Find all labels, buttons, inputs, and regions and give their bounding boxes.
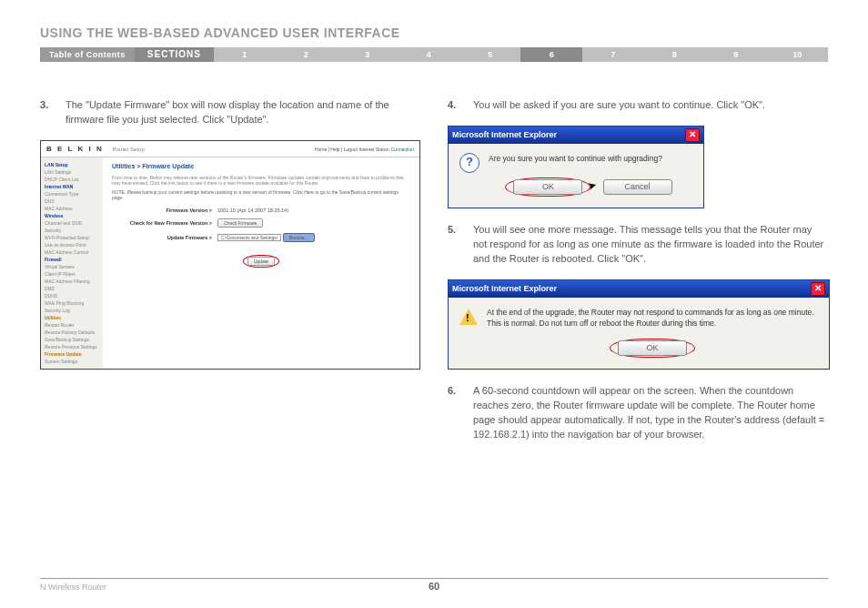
update-highlight: Update bbox=[243, 255, 279, 268]
step-number: 6. bbox=[448, 384, 473, 442]
dialog-message: Are you sure you want to continue with u… bbox=[489, 153, 692, 164]
cancel-button[interactable]: Cancel bbox=[603, 179, 672, 195]
section-10[interactable]: 10 bbox=[766, 47, 828, 62]
cursor-icon: ➤ bbox=[586, 177, 599, 195]
step-text: A 60-second countdown will appear on the… bbox=[473, 384, 828, 442]
step-6: 6. A 60-second countdown will appear on … bbox=[448, 384, 828, 442]
toc-link[interactable]: Table of Contents bbox=[40, 47, 135, 62]
firmware-version-label: Firmware Version > bbox=[112, 208, 217, 214]
breadcrumb: Utilities > Firmware Update bbox=[112, 163, 410, 170]
section-3[interactable]: 3 bbox=[337, 47, 399, 62]
check-firmware-button[interactable]: Check Firmware bbox=[217, 218, 263, 228]
dialog-title: Microsoft Internet Explorer bbox=[452, 283, 557, 295]
ok-highlight: OK bbox=[505, 177, 590, 197]
product-name: N Wireless Router bbox=[40, 583, 106, 592]
section-2[interactable]: 2 bbox=[275, 47, 337, 62]
ok-button[interactable]: OK bbox=[513, 179, 582, 195]
section-5[interactable]: 5 bbox=[459, 47, 521, 62]
router-setup-title: Router Setup bbox=[112, 147, 144, 152]
ok-button[interactable]: OK bbox=[618, 340, 687, 356]
ie-dialog-wait: Microsoft Internet Explorer ✕ At the end… bbox=[448, 279, 830, 370]
firmware-note: NOTE: Please backup your current setting… bbox=[112, 189, 410, 200]
step-5: 5. You will see one more message. This m… bbox=[448, 223, 828, 267]
step-number: 4. bbox=[448, 98, 473, 113]
step-number: 5. bbox=[448, 223, 473, 267]
section-nav: Table of Contents SECTIONS 1 2 3 4 5 6 7… bbox=[40, 47, 828, 62]
router-main: Utilities > Firmware Update From time to… bbox=[103, 157, 419, 369]
question-icon: ? bbox=[459, 153, 479, 173]
step-text: The "Update Firmware" box will now displ… bbox=[66, 98, 420, 127]
section-6[interactable]: 6 bbox=[520, 47, 582, 62]
ie-dialog-confirm: Microsoft Internet Explorer ✕ ? Are you … bbox=[448, 126, 704, 208]
dialog-message: At the end of the upgrade, the Router ma… bbox=[487, 307, 818, 329]
header-links: Home | Help | Logout Internet Status: Co… bbox=[315, 147, 414, 152]
step-3: 3. The "Update Firmware" box will now di… bbox=[40, 98, 420, 127]
step-text: You will be asked if you are sure you wa… bbox=[473, 98, 828, 113]
dialog-title: Microsoft Internet Explorer bbox=[452, 129, 557, 141]
sections-label: SECTIONS bbox=[135, 47, 214, 62]
page-footer: N Wireless Router 60 bbox=[40, 578, 828, 592]
close-icon[interactable]: ✕ bbox=[811, 282, 825, 296]
section-8[interactable]: 8 bbox=[643, 47, 705, 62]
router-sidebar: LAN Setup LAN Settings DHCP Client List … bbox=[41, 157, 103, 369]
page-number: 60 bbox=[429, 581, 439, 592]
section-4[interactable]: 4 bbox=[398, 47, 459, 62]
page-title: USING THE WEB-BASED ADVANCED USER INTERF… bbox=[40, 25, 828, 40]
update-button[interactable]: Update bbox=[247, 257, 275, 266]
firmware-blurb: From time to time, Belkin may release ne… bbox=[112, 175, 410, 186]
ok-highlight: OK bbox=[610, 339, 695, 358]
section-7[interactable]: 7 bbox=[582, 47, 644, 62]
right-column: 4. You will be asked if you are sure you… bbox=[448, 98, 828, 455]
section-9[interactable]: 9 bbox=[705, 47, 767, 62]
section-numbers: 1 2 3 4 5 6 7 8 9 10 bbox=[214, 47, 828, 62]
step-number: 3. bbox=[40, 98, 66, 127]
belkin-logo: B E L K I N bbox=[46, 145, 104, 153]
close-icon[interactable]: ✕ bbox=[685, 128, 700, 142]
router-setup-screenshot: B E L K I N Router Setup Home | Help | L… bbox=[40, 140, 420, 370]
left-column: 3. The "Update Firmware" box will now di… bbox=[40, 98, 420, 455]
section-1[interactable]: 1 bbox=[214, 47, 276, 62]
check-firmware-label: Check for New Firmware Version > bbox=[112, 220, 217, 227]
warning-icon bbox=[459, 309, 478, 325]
step-text: You will see one more message. This mess… bbox=[473, 223, 828, 267]
firmware-path-input[interactable]: C:\Documents and Settings\ bbox=[217, 234, 281, 241]
firmware-version-value: 1001.10 (Apr 14 2007 18:25:14) bbox=[217, 208, 288, 214]
browse-button[interactable]: Browse... bbox=[283, 233, 315, 242]
step-4: 4. You will be asked if you are sure you… bbox=[448, 98, 828, 113]
update-firmware-label: Update Firmware > bbox=[112, 235, 217, 241]
